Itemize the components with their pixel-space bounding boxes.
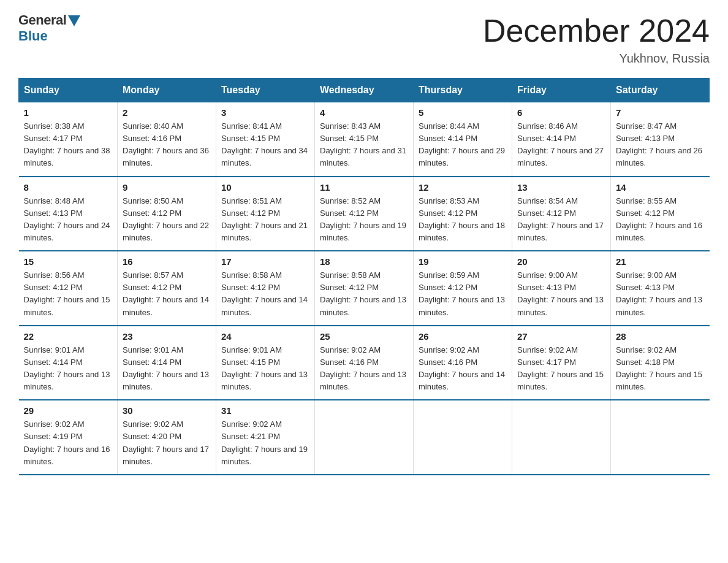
day-info: Sunrise: 8:46 AMSunset: 4:14 PMDaylight:… (517, 120, 605, 170)
day-number: 20 (517, 256, 605, 267)
calendar-day-cell: 6Sunrise: 8:46 AMSunset: 4:14 PMDaylight… (512, 102, 611, 177)
calendar-day-cell: 5Sunrise: 8:44 AMSunset: 4:14 PMDaylight… (414, 102, 512, 177)
day-info: Sunrise: 8:44 AMSunset: 4:14 PMDaylight:… (419, 120, 507, 170)
day-number: 26 (419, 331, 507, 342)
calendar-week-row: 1Sunrise: 8:38 AMSunset: 4:17 PMDaylight… (19, 102, 710, 177)
calendar-day-cell: 21Sunrise: 9:00 AMSunset: 4:13 PMDayligh… (611, 251, 710, 326)
day-number: 31 (221, 405, 309, 416)
day-info: Sunrise: 9:02 AMSunset: 4:16 PMDaylight:… (419, 344, 507, 394)
calendar-day-header: Tuesday (216, 79, 315, 102)
day-info: Sunrise: 8:59 AMSunset: 4:12 PMDaylight:… (419, 269, 507, 319)
day-info: Sunrise: 8:58 AMSunset: 4:12 PMDaylight:… (320, 269, 408, 319)
day-number: 30 (123, 405, 211, 416)
calendar-day-header: Monday (118, 79, 216, 102)
day-info: Sunrise: 9:02 AMSunset: 4:16 PMDaylight:… (320, 344, 408, 394)
logo-general-text: General (18, 12, 66, 28)
calendar-day-header: Wednesday (315, 79, 414, 102)
logo-arrow-icon (68, 15, 80, 26)
calendar-day-cell: 12Sunrise: 8:53 AMSunset: 4:12 PMDayligh… (414, 177, 512, 251)
calendar-day-cell: 7Sunrise: 8:47 AMSunset: 4:13 PMDaylight… (611, 102, 710, 177)
day-info: Sunrise: 9:02 AMSunset: 4:19 PMDaylight:… (24, 418, 113, 468)
calendar-day-cell: 2Sunrise: 8:40 AMSunset: 4:16 PMDaylight… (118, 102, 216, 177)
calendar-day-cell: 28Sunrise: 9:02 AMSunset: 4:18 PMDayligh… (611, 326, 710, 400)
day-info: Sunrise: 8:43 AMSunset: 4:15 PMDaylight:… (320, 120, 408, 170)
month-title: December 2024 (483, 12, 710, 49)
calendar-header-row: SundayMondayTuesdayWednesdayThursdayFrid… (19, 79, 710, 102)
logo: General Blue (18, 12, 80, 44)
day-info: Sunrise: 9:00 AMSunset: 4:13 PMDaylight:… (616, 269, 705, 319)
calendar-day-cell: 19Sunrise: 8:59 AMSunset: 4:12 PMDayligh… (414, 251, 512, 326)
calendar-week-row: 15Sunrise: 8:56 AMSunset: 4:12 PMDayligh… (19, 251, 710, 326)
calendar-day-cell: 11Sunrise: 8:52 AMSunset: 4:12 PMDayligh… (315, 177, 414, 251)
calendar-day-cell: 25Sunrise: 9:02 AMSunset: 4:16 PMDayligh… (315, 326, 414, 400)
location: Yukhnov, Russia (483, 52, 710, 66)
day-info: Sunrise: 8:55 AMSunset: 4:12 PMDaylight:… (616, 195, 705, 245)
day-info: Sunrise: 9:01 AMSunset: 4:15 PMDaylight:… (221, 344, 309, 394)
day-info: Sunrise: 8:38 AMSunset: 4:17 PMDaylight:… (24, 120, 113, 170)
calendar-day-cell: 30Sunrise: 9:02 AMSunset: 4:20 PMDayligh… (118, 400, 216, 475)
day-info: Sunrise: 9:00 AMSunset: 4:13 PMDaylight:… (517, 269, 605, 319)
day-info: Sunrise: 8:52 AMSunset: 4:12 PMDaylight:… (320, 195, 408, 245)
day-number: 4 (320, 107, 408, 118)
day-number: 6 (517, 107, 605, 118)
calendar-week-row: 8Sunrise: 8:48 AMSunset: 4:13 PMDaylight… (19, 177, 710, 251)
day-info: Sunrise: 8:54 AMSunset: 4:12 PMDaylight:… (517, 195, 605, 245)
calendar-day-cell: 31Sunrise: 9:02 AMSunset: 4:21 PMDayligh… (216, 400, 315, 475)
day-number: 28 (616, 331, 705, 342)
day-info: Sunrise: 8:51 AMSunset: 4:12 PMDaylight:… (221, 195, 309, 245)
page-header: General Blue December 2024 Yukhnov, Russ… (18, 12, 710, 66)
calendar-day-cell (414, 400, 512, 475)
calendar-day-cell (315, 400, 414, 475)
day-info: Sunrise: 9:01 AMSunset: 4:14 PMDaylight:… (123, 344, 211, 394)
day-info: Sunrise: 9:01 AMSunset: 4:14 PMDaylight:… (24, 344, 113, 394)
day-number: 12 (419, 182, 507, 193)
day-number: 8 (24, 182, 113, 193)
day-number: 1 (24, 107, 113, 118)
calendar-day-cell: 3Sunrise: 8:41 AMSunset: 4:15 PMDaylight… (216, 102, 315, 177)
day-number: 2 (123, 107, 211, 118)
day-number: 10 (221, 182, 309, 193)
day-info: Sunrise: 8:48 AMSunset: 4:13 PMDaylight:… (24, 195, 113, 245)
day-number: 25 (320, 331, 408, 342)
day-number: 17 (221, 256, 309, 267)
calendar-table: SundayMondayTuesdayWednesdayThursdayFrid… (18, 78, 710, 475)
day-info: Sunrise: 8:40 AMSunset: 4:16 PMDaylight:… (123, 120, 211, 170)
day-number: 23 (123, 331, 211, 342)
calendar-day-cell: 14Sunrise: 8:55 AMSunset: 4:12 PMDayligh… (611, 177, 710, 251)
day-number: 7 (616, 107, 705, 118)
calendar-day-cell: 23Sunrise: 9:01 AMSunset: 4:14 PMDayligh… (118, 326, 216, 400)
calendar-day-cell: 8Sunrise: 8:48 AMSunset: 4:13 PMDaylight… (19, 177, 118, 251)
calendar-day-cell: 1Sunrise: 8:38 AMSunset: 4:17 PMDaylight… (19, 102, 118, 177)
day-number: 21 (616, 256, 705, 267)
day-number: 9 (123, 182, 211, 193)
calendar-day-header: Friday (512, 79, 611, 102)
day-number: 24 (221, 331, 309, 342)
day-info: Sunrise: 9:02 AMSunset: 4:20 PMDaylight:… (123, 418, 211, 468)
day-info: Sunrise: 9:02 AMSunset: 4:21 PMDaylight:… (221, 418, 309, 468)
calendar-day-cell: 10Sunrise: 8:51 AMSunset: 4:12 PMDayligh… (216, 177, 315, 251)
day-number: 3 (221, 107, 309, 118)
day-info: Sunrise: 8:50 AMSunset: 4:12 PMDaylight:… (123, 195, 211, 245)
calendar-day-cell: 18Sunrise: 8:58 AMSunset: 4:12 PMDayligh… (315, 251, 414, 326)
day-info: Sunrise: 8:56 AMSunset: 4:12 PMDaylight:… (24, 269, 113, 319)
calendar-day-header: Sunday (19, 79, 118, 102)
day-number: 16 (123, 256, 211, 267)
calendar-day-cell: 15Sunrise: 8:56 AMSunset: 4:12 PMDayligh… (19, 251, 118, 326)
day-info: Sunrise: 8:53 AMSunset: 4:12 PMDaylight:… (419, 195, 507, 245)
calendar-day-cell: 26Sunrise: 9:02 AMSunset: 4:16 PMDayligh… (414, 326, 512, 400)
day-number: 22 (24, 331, 113, 342)
calendar-day-cell: 4Sunrise: 8:43 AMSunset: 4:15 PMDaylight… (315, 102, 414, 177)
calendar-week-row: 22Sunrise: 9:01 AMSunset: 4:14 PMDayligh… (19, 326, 710, 400)
day-number: 5 (419, 107, 507, 118)
day-number: 15 (24, 256, 113, 267)
logo-blue-text: Blue (18, 28, 48, 44)
calendar-day-cell (512, 400, 611, 475)
calendar-day-cell: 22Sunrise: 9:01 AMSunset: 4:14 PMDayligh… (19, 326, 118, 400)
calendar-day-header: Saturday (611, 79, 710, 102)
calendar-day-cell: 9Sunrise: 8:50 AMSunset: 4:12 PMDaylight… (118, 177, 216, 251)
day-number: 18 (320, 256, 408, 267)
day-number: 19 (419, 256, 507, 267)
calendar-day-cell: 17Sunrise: 8:58 AMSunset: 4:12 PMDayligh… (216, 251, 315, 326)
day-number: 14 (616, 182, 705, 193)
calendar-day-cell: 29Sunrise: 9:02 AMSunset: 4:19 PMDayligh… (19, 400, 118, 475)
